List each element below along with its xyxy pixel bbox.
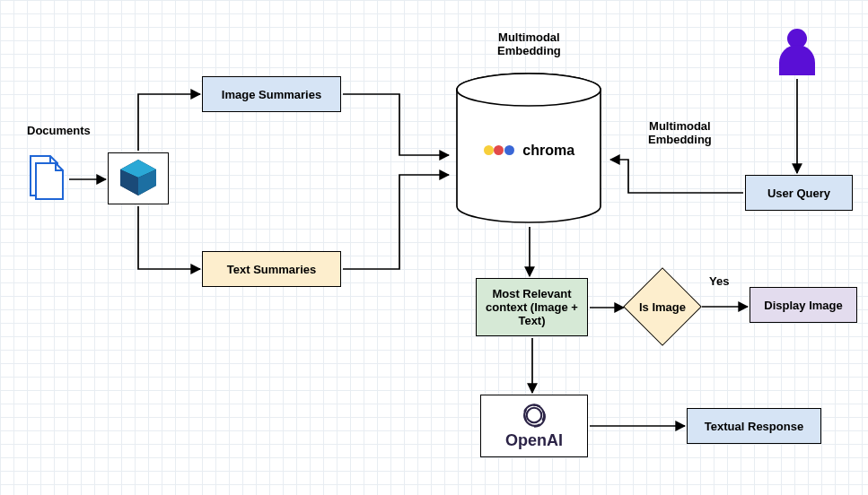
user-icon [774,25,820,80]
is-image-node: Is Image [622,280,703,334]
user-query-node: User Query [745,175,853,211]
yes-label: Yes [709,274,729,288]
user-query-label: User Query [767,187,830,200]
most-relevant-node: Most Relevant context (Image + Text) [476,278,588,336]
openai-logo [521,402,548,431]
chroma-node: chroma [451,72,608,229]
svg-point-5 [457,74,601,106]
chroma-label: chroma [522,143,574,158]
image-summaries-node: Image Summaries [202,76,341,112]
openai-label: OpenAI [505,431,563,450]
text-summaries-node: Text Summaries [202,251,341,287]
display-image-node: Display Image [750,287,857,323]
openai-node: OpenAI [480,395,588,457]
multimodal-embedding-right-label: Multimodal Embedding [648,119,712,146]
documents-label: Documents [27,124,91,137]
processing-node [108,152,169,204]
unstructured-logo [116,156,161,202]
documents-icon [27,152,67,204]
textual-response-node: Textual Response [687,408,821,444]
textual-response-label: Textual Response [705,420,803,433]
chroma-logo [484,142,522,157]
text-summaries-label: Text Summaries [227,263,316,276]
display-image-label: Display Image [764,299,842,312]
is-image-label: Is Image [639,300,686,314]
image-summaries-label: Image Summaries [222,88,321,101]
svg-point-7 [527,408,542,423]
multimodal-embedding-top-label: Multimodal Embedding [497,30,561,57]
most-relevant-label: Most Relevant context (Image + Text) [480,287,583,327]
